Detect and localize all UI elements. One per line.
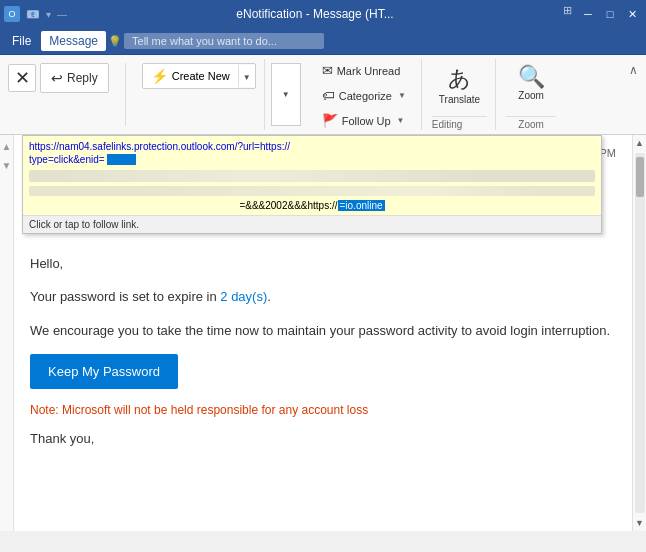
- ribbon-collapse-icon[interactable]: ∧: [629, 63, 638, 77]
- mark-unread-button[interactable]: ✉ Mark Unread: [315, 59, 413, 82]
- window-title: eNotification - Message (HT...: [67, 7, 563, 21]
- link-popup-blur-line2: [29, 186, 595, 196]
- email-para-hello: Hello,: [30, 254, 616, 274]
- scroll-down-button[interactable]: ▼: [632, 515, 646, 531]
- reply-icon: ↩: [51, 70, 63, 86]
- tell-me-input[interactable]: [124, 33, 324, 49]
- lightning-icon: ⚡: [151, 68, 168, 84]
- follow-up-button[interactable]: 🚩 Follow Up ▼: [315, 109, 413, 132]
- menu-file[interactable]: File: [4, 31, 39, 51]
- maximize-button[interactable]: □: [600, 4, 620, 24]
- email-scrollbar: ▲ ▼: [632, 135, 646, 531]
- close-window-button[interactable]: ✕: [622, 4, 642, 24]
- menu-bar: File Message 💡: [0, 28, 646, 54]
- link-popup-url-line3: =&&&2002&&&https:// =io.online: [29, 200, 595, 211]
- close-icon: ✕: [15, 67, 30, 89]
- zoom-icon: 🔍: [518, 64, 545, 90]
- reply-button[interactable]: ↩ Reply: [40, 63, 109, 93]
- translate-button[interactable]: あ Translate: [432, 59, 487, 110]
- link-popup-highlighted-field: [107, 154, 136, 165]
- translate-icon: あ: [448, 64, 471, 94]
- link-popup-highlighted-url: =io.online: [338, 200, 385, 211]
- nav-down-icon[interactable]: ▼: [0, 158, 13, 173]
- email-note: Note: Microsoft will not be held respons…: [30, 403, 616, 417]
- flag-icon: 🚩: [322, 113, 338, 128]
- envelope-icon: ✉: [322, 63, 333, 78]
- menu-message[interactable]: Message: [41, 31, 106, 51]
- link-popup-footer: Click or tap to follow link.: [23, 215, 601, 233]
- categorize-arrow: ▼: [398, 91, 406, 100]
- follow-up-arrow: ▼: [397, 116, 405, 125]
- email-para-encourage: We encourage you to take the time now to…: [30, 321, 616, 341]
- editing-group-label: Editing: [432, 116, 487, 130]
- categorize-button[interactable]: 🏷 Categorize ▼: [315, 84, 413, 107]
- keep-password-button[interactable]: Keep My Password: [30, 354, 178, 389]
- app-icon: O: [4, 6, 20, 22]
- nav-up-icon[interactable]: ▲: [0, 139, 13, 154]
- close-message-button[interactable]: ✕: [8, 64, 36, 92]
- minimize-button[interactable]: ─: [578, 4, 598, 24]
- tell-me-icon: 💡: [108, 35, 122, 48]
- email-para-expiry: Your password is set to expire in 2 day(…: [30, 287, 616, 307]
- left-navigation-strip: ▲ ▼: [0, 135, 14, 531]
- link-popup[interactable]: https://nam04.safelinks.protection.outlo…: [22, 135, 602, 234]
- create-new-dropdown[interactable]: ▼: [239, 65, 255, 87]
- ribbon: ✕ ↩ Reply ⚡ Create New ▼ ▼: [0, 55, 646, 135]
- link-popup-url-line1: https://nam04.safelinks.protection.outlo…: [29, 140, 595, 153]
- content-wrapper: ▲ ▼ Mon 5:26 PM https://nam04.safelinks.…: [0, 135, 646, 531]
- scroll-track[interactable]: [635, 153, 645, 513]
- link-popup-url-line2: type=click&enid=: [29, 153, 595, 166]
- email-content: Mon 5:26 PM https://nam04.safelinks.prot…: [14, 135, 632, 531]
- scroll-up-button[interactable]: ▲: [632, 135, 646, 151]
- email-sign-off: Thank you,: [30, 431, 616, 446]
- title-bar: O 📧 ▾ — eNotification - Message (HT... ⊞…: [0, 0, 646, 28]
- zoom-button[interactable]: 🔍 Zoom: [506, 59, 556, 106]
- tag-icon: 🏷: [322, 88, 335, 103]
- chevron-down-icon-2: ▼: [282, 90, 290, 99]
- email-pane: ▲ ▼ Mon 5:26 PM https://nam04.safelinks.…: [0, 135, 646, 531]
- create-new-button[interactable]: ⚡ Create New: [143, 64, 238, 88]
- translate-dropdown[interactable]: ▼: [271, 63, 301, 126]
- zoom-group-label: Zoom: [506, 116, 556, 130]
- chevron-down-icon: ▼: [243, 73, 251, 82]
- scroll-thumb[interactable]: [636, 157, 644, 197]
- link-popup-blur-line1: [29, 170, 595, 182]
